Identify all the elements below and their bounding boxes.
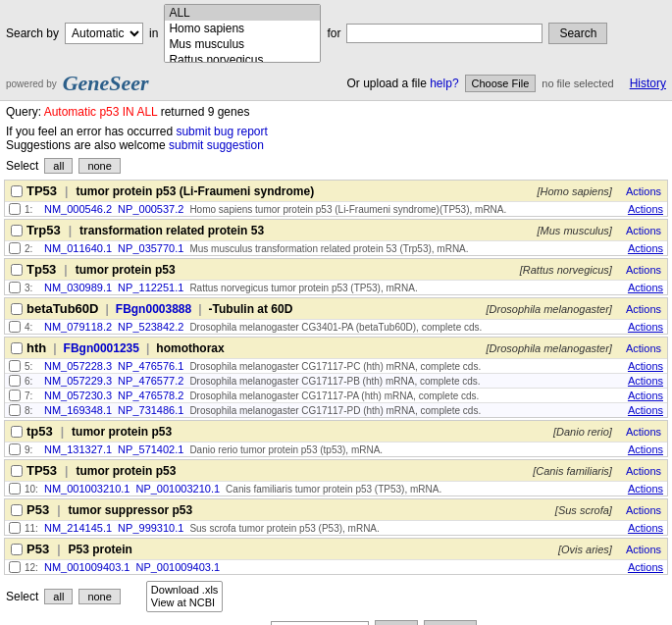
accession-link-1[interactable]: NM_057229.3 (44, 375, 112, 387)
gene-group-checkbox[interactable] (11, 544, 23, 555)
accession-checkbox[interactable] (9, 404, 21, 416)
accession-link-2[interactable]: NP_476578.2 (118, 390, 183, 401)
gene-header-right-wrapper: [Ovis aries]Actions (558, 544, 661, 555)
accession-link-2[interactable]: NP_035770.1 (118, 242, 183, 254)
search-query-input[interactable] (346, 24, 543, 43)
accession-link-2[interactable]: NP_571402.1 (118, 443, 183, 455)
select-all-button-bottom[interactable]: all (44, 589, 73, 604)
accession-link-1[interactable]: NM_131327.1 (44, 443, 112, 455)
accession-checkbox[interactable] (9, 321, 21, 333)
accession-link-2[interactable]: NP_112251.1 (118, 282, 183, 293)
gene-group-checkbox[interactable] (11, 225, 23, 236)
accession-link-1[interactable]: NM_000546.2 (44, 203, 112, 215)
accession-checkbox[interactable] (9, 360, 21, 372)
select-none-button-top[interactable]: none (78, 158, 120, 174)
accession-checkbox[interactable] (9, 242, 21, 254)
accession-checkbox[interactable] (9, 561, 21, 573)
accession-checkbox[interactable] (9, 390, 21, 401)
accession-link-1[interactable]: NM_079118.2 (44, 321, 112, 333)
suggestions-row: If you feel an error has occurred submit… (0, 123, 672, 154)
actions-link[interactable]: Actions (626, 465, 661, 477)
accession-link-1[interactable]: NM_214145.1 (44, 522, 112, 534)
accession-checkbox[interactable] (9, 203, 21, 215)
accession-link-1[interactable]: NM_030989.1 (44, 282, 112, 293)
accession-row: 8: NM_169348.1 NP_731486.1 Drosophila me… (5, 402, 667, 417)
row-actions-link[interactable]: Actions (628, 203, 663, 215)
accession-link-1[interactable]: NM_001009403.1 (44, 561, 129, 573)
gene-group-checkbox[interactable] (11, 504, 23, 516)
accession-link-2[interactable]: NP_999310.1 (118, 522, 183, 534)
gene-group-checkbox[interactable] (11, 303, 23, 315)
accession-link-1[interactable]: NM_001003210.1 (44, 483, 129, 495)
row-actions-link[interactable]: Actions (628, 375, 663, 387)
gene-header-right-wrapper: [Drosophila melanogaster]Actions (487, 303, 662, 315)
row-actions-link[interactable]: Actions (628, 242, 663, 254)
search-mode-select[interactable]: Automatic Manual (65, 23, 143, 44)
gene-group: betaTub60D|FBgn0003888|-Tubulin at 60D[D… (4, 297, 668, 335)
row-actions-link[interactable]: Actions (628, 321, 663, 333)
actions-link[interactable]: Actions (626, 342, 661, 354)
row-actions-link[interactable]: Actions (628, 282, 663, 293)
select-all-button-top[interactable]: all (44, 158, 73, 174)
actions-link[interactable]: Actions (626, 225, 661, 236)
submit-suggestion-link[interactable]: submit suggestion (169, 138, 264, 152)
gene-header-left: TP53|tumor protein p53 (Li-Fraumeni synd… (11, 183, 314, 198)
gene-name: P53 (26, 542, 49, 556)
accession-link-2[interactable]: NP_476576.1 (118, 360, 183, 372)
row-actions-link[interactable]: Actions (628, 561, 663, 573)
upload-text: Or upload a file help? (346, 77, 458, 90)
choose-file-button[interactable]: Choose File (465, 75, 537, 92)
accession-checkbox[interactable] (9, 443, 21, 455)
accession-row: 12: NM_001009403.1 NP_001009403.1 Action… (5, 559, 667, 574)
row-actions-link[interactable]: Actions (628, 522, 663, 534)
accession-link-2[interactable]: NP_731486.1 (118, 404, 183, 416)
actions-link[interactable]: Actions (626, 426, 661, 438)
row-actions-link[interactable]: Actions (628, 390, 663, 401)
accession-checkbox[interactable] (9, 522, 21, 534)
gene-group-checkbox[interactable] (11, 426, 23, 438)
accession-link-1[interactable]: NM_057230.3 (44, 390, 112, 401)
history-link[interactable]: History (630, 77, 666, 90)
separator2: | (198, 302, 201, 316)
gene-group-checkbox[interactable] (11, 185, 23, 197)
actions-link[interactable]: Actions (626, 544, 661, 555)
accession-checkbox[interactable] (9, 375, 21, 387)
accession-link-1[interactable]: NM_057228.3 (44, 360, 112, 372)
row-actions-link[interactable]: Actions (628, 360, 663, 372)
accession-link-1[interactable]: NM_169348.1 (44, 404, 112, 416)
accession-link-2[interactable]: NP_001009403.1 (135, 561, 220, 573)
help-link[interactable]: help? (430, 77, 458, 90)
accession-checkbox[interactable] (9, 483, 21, 495)
bug-report-link[interactable]: submit bug report (176, 125, 267, 138)
accession-link-2[interactable]: NP_001003210.1 (135, 483, 220, 495)
row-number: 2: (25, 243, 44, 254)
gene-results: TP53|tumor protein p53 (Li-Fraumeni synd… (0, 180, 672, 575)
accession-checkbox[interactable] (9, 282, 21, 293)
row-actions-link[interactable]: Actions (628, 443, 663, 455)
search-button[interactable]: Search (548, 23, 607, 44)
operation-input[interactable] (271, 621, 369, 625)
actions-link[interactable]: Actions (626, 303, 661, 315)
run-button[interactable]: Run (375, 620, 418, 625)
gene-header: tp53|tumor protein p53[Danio rerio]Actio… (5, 421, 667, 442)
separator2: | (146, 341, 149, 355)
gene-group-checkbox[interactable] (11, 342, 23, 354)
row-actions-link[interactable]: Actions (628, 404, 663, 416)
reset-button[interactable]: Reset (424, 620, 476, 625)
accession-link-2[interactable]: NP_523842.2 (118, 321, 183, 333)
accession-link-2[interactable]: NP_000537.2 (118, 203, 183, 215)
accession-link-2[interactable]: NP_476577.2 (118, 375, 183, 387)
row-actions-link[interactable]: Actions (628, 483, 663, 495)
actions-link[interactable]: Actions (626, 185, 661, 197)
accession-link-1[interactable]: NM_011640.1 (44, 242, 112, 254)
gene-group-checkbox[interactable] (11, 465, 23, 477)
gene-group-checkbox[interactable] (11, 264, 23, 276)
actions-link[interactable]: Actions (626, 264, 661, 276)
select-none-button-bottom[interactable]: none (78, 589, 120, 604)
gene-group: P53|tumor suppressor p53[Sus scrofa]Acti… (4, 498, 668, 536)
actions-link[interactable]: Actions (626, 504, 661, 516)
separator: | (61, 425, 64, 439)
organism-select[interactable]: ALL Homo sapiens Mus musculus Rattus nor… (164, 4, 321, 63)
download-select[interactable]: Download .xls View at NCBI (146, 581, 223, 612)
row-number: 7: (25, 391, 44, 401)
